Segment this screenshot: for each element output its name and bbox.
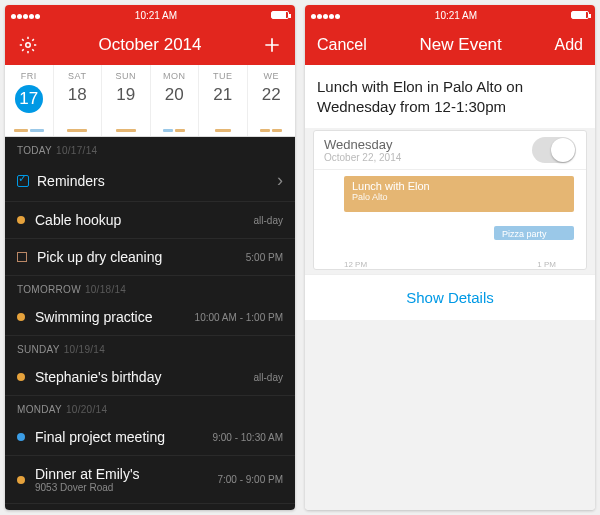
battery-icon <box>571 11 589 19</box>
day-cell[interactable]: WE 22 <box>248 65 296 136</box>
day-of-week: SUN <box>102 71 150 81</box>
event-block-sub: Palo Alto <box>352 192 566 202</box>
day-of-week: SAT <box>54 71 102 81</box>
svg-point-0 <box>26 43 31 48</box>
day-cell[interactable]: FRI 17 <box>5 65 54 136</box>
day-of-week: MON <box>151 71 199 81</box>
navbar-title: New Event <box>420 35 502 55</box>
chevron-right-icon: › <box>277 170 283 191</box>
event-title: Cable hookup <box>35 212 254 228</box>
section-header: SUNDAY10/19/14 <box>5 336 295 359</box>
list-item[interactable]: Swimming practice10:00 AM - 1:00 PM <box>5 299 295 336</box>
cancel-button[interactable]: Cancel <box>317 36 367 54</box>
new-event-body: Lunch with Elon in Palo Alto on Wednesda… <box>305 65 595 510</box>
day-bars <box>106 129 146 132</box>
list-item[interactable]: Dinner at Emily's9053 Dover Road7:00 - 9… <box>5 456 295 504</box>
day-bars <box>9 129 49 132</box>
event-time: 7:00 - 9:00 PM <box>217 474 283 485</box>
show-details-button[interactable]: Show Details <box>305 274 595 320</box>
signal-dots-icon <box>11 10 41 21</box>
status-bar: 10:21 AM <box>5 5 295 25</box>
time-labels: 12 PM 1 PM <box>314 260 586 269</box>
card-date-sub: October 22, 2014 <box>324 152 401 163</box>
day-bars <box>203 129 243 132</box>
day-of-week: WE <box>248 71 296 81</box>
color-dot-icon <box>17 433 25 441</box>
event-list[interactable]: TODAY10/17/14Reminders›Cable hookupall-d… <box>5 137 295 510</box>
signal-dots-icon <box>311 10 341 21</box>
status-right <box>571 11 589 19</box>
day-number: 22 <box>248 85 296 105</box>
event-text-input[interactable]: Lunch with Elon in Palo Alto on Wednesda… <box>305 65 595 128</box>
card-header: Wednesday October 22, 2014 <box>314 131 586 169</box>
event-title: Pick up dry cleaning <box>37 249 246 265</box>
week-strip: FRI 17 SAT 18 SUN 19 MON 20 TUE 21 WE 22 <box>5 65 295 137</box>
navbar: Cancel New Event Add <box>305 25 595 65</box>
day-number: 20 <box>151 85 199 105</box>
allday-toggle[interactable] <box>532 137 576 163</box>
section-header: TOMORROW10/18/14 <box>5 276 295 299</box>
day-number: 19 <box>102 85 150 105</box>
day-cell[interactable]: TUE 21 <box>199 65 248 136</box>
event-block-other[interactable]: Pizza party <box>494 226 574 240</box>
status-bar: 10:21 AM <box>305 5 595 25</box>
battery-icon <box>271 11 289 19</box>
day-of-week: TUE <box>199 71 247 81</box>
day-number: 21 <box>199 85 247 105</box>
color-dot-icon <box>17 476 25 484</box>
event-block-main[interactable]: Lunch with Elon Palo Alto <box>344 176 574 212</box>
day-number: 18 <box>54 85 102 105</box>
day-number: 17 <box>15 85 43 113</box>
add-event-icon[interactable] <box>261 34 283 56</box>
new-event-screen: 10:21 AM Cancel New Event Add Lunch with… <box>305 5 595 510</box>
calendar-screen: 10:21 AM October 2014 FRI 17 SAT 18 SUN … <box>5 5 295 510</box>
status-right <box>271 11 289 19</box>
settings-icon[interactable] <box>17 34 39 56</box>
event-title: Reminders <box>37 173 277 189</box>
color-dot-icon <box>17 373 25 381</box>
event-time: all-day <box>254 215 283 226</box>
event-title: Dinner at Emily's <box>35 466 217 482</box>
checkbox-icon <box>17 175 29 187</box>
section-header: MONDAY10/20/14 <box>5 396 295 419</box>
section-header: TODAY10/17/14 <box>5 137 295 160</box>
day-bars <box>58 129 98 132</box>
day-cell[interactable]: MON 20 <box>151 65 200 136</box>
event-sub: 9053 Dover Road <box>35 482 217 493</box>
event-title: Stephanie's birthday <box>35 369 254 385</box>
event-time: 5:00 PM <box>246 252 283 263</box>
color-dot-icon <box>17 313 25 321</box>
card-day: Wednesday <box>324 137 401 152</box>
timeline[interactable]: Lunch with Elon Palo Alto Pizza party 12… <box>314 169 586 269</box>
event-title: Final project meeting <box>35 429 212 445</box>
navbar: October 2014 <box>5 25 295 65</box>
event-time: 9:00 - 10:30 AM <box>212 432 283 443</box>
list-item[interactable]: Cable hookupall-day <box>5 202 295 239</box>
day-of-week: FRI <box>5 71 53 81</box>
navbar-title[interactable]: October 2014 <box>98 35 201 55</box>
event-time: all-day <box>254 372 283 383</box>
event-time: 10:00 AM - 1:00 PM <box>195 312 283 323</box>
section-header: TUESDAY10/21/14 <box>5 504 295 510</box>
day-bars <box>155 129 195 132</box>
todo-icon <box>17 252 27 262</box>
day-cell[interactable]: SUN 19 <box>102 65 151 136</box>
status-time: 10:21 AM <box>435 10 477 21</box>
list-item[interactable]: Reminders› <box>5 160 295 202</box>
list-item[interactable]: Stephanie's birthdayall-day <box>5 359 295 396</box>
day-bars <box>252 129 292 132</box>
list-item[interactable]: Final project meeting9:00 - 10:30 AM <box>5 419 295 456</box>
event-preview-card: Wednesday October 22, 2014 Lunch with El… <box>313 130 587 270</box>
day-cell[interactable]: SAT 18 <box>54 65 103 136</box>
add-button[interactable]: Add <box>555 36 583 54</box>
list-item[interactable]: Pick up dry cleaning5:00 PM <box>5 239 295 276</box>
event-block-title: Lunch with Elon <box>352 180 566 192</box>
color-dot-icon <box>17 216 25 224</box>
status-time: 10:21 AM <box>135 10 177 21</box>
event-title: Swimming practice <box>35 309 195 325</box>
